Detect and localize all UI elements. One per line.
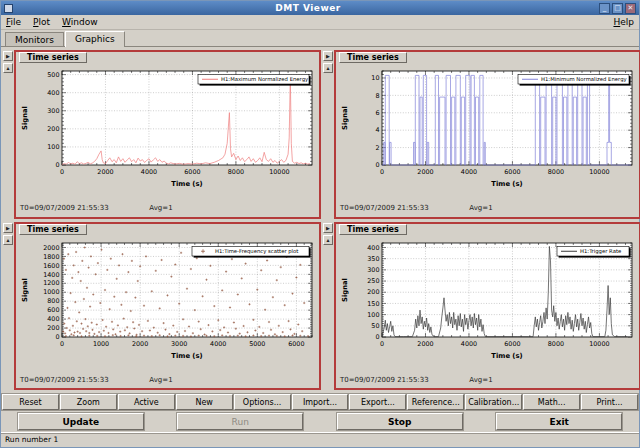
pane-tab-time-series[interactable]: Time series xyxy=(339,52,407,63)
svg-text:Signal: Signal xyxy=(21,278,29,302)
menu-window[interactable]: Window xyxy=(62,17,98,27)
avg-label: Avg=1 xyxy=(149,204,172,212)
svg-text:4000: 4000 xyxy=(461,340,477,348)
reset-button[interactable]: Reset xyxy=(2,394,59,410)
dmt-viewer-window: DMT Viewer _□✕ FilePlotWindow Help Monit… xyxy=(0,0,640,448)
pane-raise-button[interactable]: ▲ xyxy=(323,63,333,73)
toolbar: ResetZoomActiveNewOptions...Import...Exp… xyxy=(1,393,639,411)
math-button[interactable]: Math... xyxy=(523,394,580,410)
svg-text:H1:Trigger Rate: H1:Trigger Rate xyxy=(580,248,621,255)
export-button[interactable]: Export... xyxy=(349,394,406,410)
tab-monitors[interactable]: Monitors xyxy=(5,32,64,46)
maximize-button[interactable]: □ xyxy=(612,3,623,14)
pane-expand-button[interactable]: ▶ xyxy=(3,223,13,233)
pane-raise-button[interactable]: ▲ xyxy=(3,63,13,73)
svg-text:8: 8 xyxy=(375,92,379,100)
svg-text:0: 0 xyxy=(55,161,59,169)
svg-text:8000: 8000 xyxy=(548,168,564,176)
update-button[interactable]: Update xyxy=(18,413,144,430)
svg-text:4000: 4000 xyxy=(461,168,477,176)
svg-text:1400: 1400 xyxy=(43,270,59,278)
reference-button[interactable]: Reference... xyxy=(407,394,464,410)
svg-text:3000: 3000 xyxy=(171,340,187,348)
svg-text:Signal: Signal xyxy=(341,278,349,302)
run-button[interactable]: Run xyxy=(177,413,303,430)
plot-pane-min-normalized-energy[interactable]: Time series 0200040006000800010000024681… xyxy=(334,50,640,219)
chart-max-normalized-energy[interactable]: 02000400060008000100000100200300400500Ti… xyxy=(16,65,319,203)
pane-expand-button[interactable]: ▶ xyxy=(323,51,333,61)
stop-button[interactable]: Stop xyxy=(337,413,463,430)
zoom-button[interactable]: Zoom xyxy=(60,394,117,410)
svg-text:1200: 1200 xyxy=(43,279,59,287)
svg-text:6000: 6000 xyxy=(504,168,520,176)
svg-text:300: 300 xyxy=(367,266,379,274)
pane-raise-button[interactable]: ▲ xyxy=(3,235,13,245)
pane-footer: T0=09/07/2009 21:55:33 Avg=1 xyxy=(16,375,319,388)
svg-text:1000: 1000 xyxy=(43,288,59,296)
active-button[interactable]: Active xyxy=(118,394,175,410)
svg-text:1800: 1800 xyxy=(43,252,59,260)
plot-cell-trigger-rate: ▶▲ Time series 0200040006000800010000050… xyxy=(323,222,640,391)
pane-tab-time-series[interactable]: Time series xyxy=(19,224,87,235)
svg-text:2000: 2000 xyxy=(417,340,433,348)
svg-text:400: 400 xyxy=(367,243,379,251)
svg-text:H1:Minimum Normalized Energy: H1:Minimum Normalized Energy xyxy=(541,76,627,83)
svg-text:50: 50 xyxy=(371,322,379,330)
calibration-button[interactable]: Calibration... xyxy=(465,394,522,410)
plot-pane-time-frequency-scatter[interactable]: Time series 0100020003000400050006000020… xyxy=(14,222,321,391)
svg-text:0: 0 xyxy=(60,168,64,176)
svg-text:H1:Time-Frequency scatter plot: H1:Time-Frequency scatter plot xyxy=(215,248,298,255)
svg-text:2000: 2000 xyxy=(132,340,148,348)
svg-text:8000: 8000 xyxy=(548,340,564,348)
minimize-button[interactable]: _ xyxy=(599,3,610,14)
svg-text:8000: 8000 xyxy=(228,168,244,176)
close-button[interactable]: ✕ xyxy=(625,3,636,14)
pane-tab-time-series[interactable]: Time series xyxy=(339,224,407,235)
tab-graphics[interactable]: Graphics xyxy=(65,31,125,47)
svg-text:4000: 4000 xyxy=(141,168,157,176)
svg-text:1600: 1600 xyxy=(43,261,59,269)
plot-cell-tf-scatter: ▶▲ Time series 0100020003000400050006000… xyxy=(3,222,321,391)
t0-timestamp: T0=09/07/2009 21:55:33 xyxy=(340,376,429,384)
svg-text:Signal: Signal xyxy=(341,106,349,130)
svg-text:400: 400 xyxy=(47,89,59,97)
tabbar: Monitors Graphics xyxy=(1,30,639,47)
svg-text:500: 500 xyxy=(47,71,59,79)
app-icon xyxy=(4,4,13,13)
titlebar[interactable]: DMT Viewer _□✕ xyxy=(1,1,639,15)
plot-pane-trigger-rate[interactable]: Time series 0200040006000800010000050100… xyxy=(334,222,640,391)
svg-text:10: 10 xyxy=(371,74,379,82)
plot-grid: ▶▲ Time series 0200040006000800010000010… xyxy=(1,47,639,393)
svg-text:200: 200 xyxy=(47,324,59,332)
svg-text:10000: 10000 xyxy=(589,168,609,176)
t0-timestamp: T0=09/07/2009 21:55:33 xyxy=(340,204,429,212)
import-button[interactable]: Import... xyxy=(292,394,349,410)
svg-text:0: 0 xyxy=(375,333,379,341)
pane-buttons: ▶▲ xyxy=(3,50,14,219)
plot-pane-max-normalized-energy[interactable]: Time series 0200040006000800010000010020… xyxy=(14,50,321,219)
plot-cell-min-energy: ▶▲ Time series 0200040006000800010000024… xyxy=(323,50,640,219)
chart-trigger-rate[interactable]: 0200040006000800010000050100150200250300… xyxy=(336,237,639,375)
print-button[interactable]: Print... xyxy=(581,394,638,410)
svg-text:Time (s): Time (s) xyxy=(171,180,202,188)
chart-time-frequency-scatter[interactable]: 0100020003000400050006000020040060080010… xyxy=(16,237,319,375)
svg-text:0: 0 xyxy=(380,340,384,348)
status-bar: Run number 1 xyxy=(1,432,639,447)
plot-cell-max-energy: ▶▲ Time series 0200040006000800010000010… xyxy=(3,50,321,219)
svg-text:250: 250 xyxy=(367,277,379,285)
avg-label: Avg=1 xyxy=(469,376,492,384)
pane-expand-button[interactable]: ▶ xyxy=(3,51,13,61)
options-button[interactable]: Options... xyxy=(234,394,291,410)
menu-plot[interactable]: Plot xyxy=(33,17,50,27)
menu-file[interactable]: File xyxy=(6,17,21,27)
exit-button[interactable]: Exit xyxy=(496,413,622,430)
menu-help[interactable]: Help xyxy=(613,17,634,27)
t0-timestamp: T0=09/07/2009 21:55:33 xyxy=(20,204,109,212)
svg-text:0: 0 xyxy=(60,340,64,348)
chart-min-normalized-energy[interactable]: 02000400060008000100000246810Time (s)Sig… xyxy=(336,65,639,203)
new-button[interactable]: New xyxy=(176,394,233,410)
svg-text:200: 200 xyxy=(47,125,59,133)
pane-raise-button[interactable]: ▲ xyxy=(323,235,333,245)
pane-tab-time-series[interactable]: Time series xyxy=(19,52,87,63)
pane-expand-button[interactable]: ▶ xyxy=(323,223,333,233)
